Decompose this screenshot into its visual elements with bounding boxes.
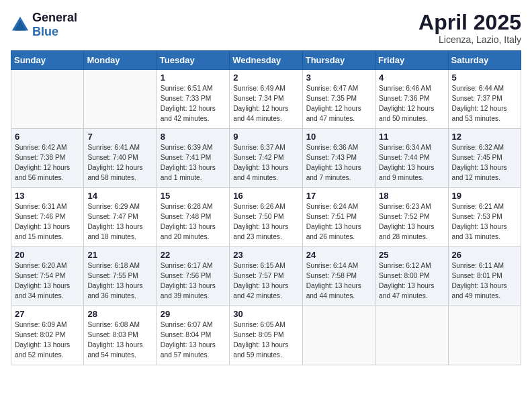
table-row: 30Sunrise: 6:05 AM Sunset: 8:05 PM Dayli… bbox=[230, 306, 302, 365]
logo-blue: Blue bbox=[32, 25, 58, 38]
day-info: Sunrise: 6:34 AM Sunset: 7:44 PM Dayligh… bbox=[379, 143, 444, 183]
header-saturday: Saturday bbox=[448, 51, 521, 70]
calendar-header-row: Sunday Monday Tuesday Wednesday Thursday… bbox=[11, 51, 521, 70]
table-row bbox=[302, 306, 375, 365]
day-info: Sunrise: 6:37 AM Sunset: 7:42 PM Dayligh… bbox=[233, 143, 298, 183]
logo-text: GeneralBlue bbox=[32, 11, 77, 39]
logo-general: General bbox=[32, 11, 77, 24]
table-row: 8Sunrise: 6:39 AM Sunset: 7:41 PM Daylig… bbox=[157, 129, 229, 188]
month-title: April 2025 bbox=[418, 11, 521, 34]
day-number: 16 bbox=[233, 191, 298, 201]
day-number: 3 bbox=[306, 73, 371, 83]
table-row bbox=[375, 306, 448, 365]
day-number: 28 bbox=[87, 309, 152, 319]
day-number: 18 bbox=[379, 191, 444, 201]
day-info: Sunrise: 6:26 AM Sunset: 7:50 PM Dayligh… bbox=[233, 202, 298, 242]
calendar-table: Sunday Monday Tuesday Wednesday Thursday… bbox=[11, 50, 521, 365]
day-info: Sunrise: 6:31 AM Sunset: 7:46 PM Dayligh… bbox=[15, 202, 80, 242]
table-row: 11Sunrise: 6:34 AM Sunset: 7:44 PM Dayli… bbox=[375, 129, 448, 188]
table-row: 6Sunrise: 6:42 AM Sunset: 7:38 PM Daylig… bbox=[11, 129, 84, 188]
day-info: Sunrise: 6:39 AM Sunset: 7:41 PM Dayligh… bbox=[161, 143, 226, 183]
day-info: Sunrise: 6:20 AM Sunset: 7:54 PM Dayligh… bbox=[15, 261, 80, 301]
table-row bbox=[84, 70, 157, 129]
day-info: Sunrise: 6:18 AM Sunset: 7:55 PM Dayligh… bbox=[87, 261, 152, 301]
table-row: 3Sunrise: 6:47 AM Sunset: 7:35 PM Daylig… bbox=[302, 70, 375, 129]
table-row: 2Sunrise: 6:49 AM Sunset: 7:34 PM Daylig… bbox=[230, 70, 302, 129]
day-number: 1 bbox=[161, 73, 226, 83]
table-row: 17Sunrise: 6:24 AM Sunset: 7:51 PM Dayli… bbox=[302, 188, 375, 247]
day-number: 7 bbox=[87, 132, 152, 142]
table-row: 29Sunrise: 6:07 AM Sunset: 8:04 PM Dayli… bbox=[157, 306, 229, 365]
table-row: 15Sunrise: 6:28 AM Sunset: 7:48 PM Dayli… bbox=[157, 188, 229, 247]
logo-icon bbox=[11, 15, 30, 34]
calendar-week-row: 1Sunrise: 6:51 AM Sunset: 7:33 PM Daylig… bbox=[11, 70, 521, 129]
table-row: 24Sunrise: 6:14 AM Sunset: 7:58 PM Dayli… bbox=[302, 247, 375, 306]
day-info: Sunrise: 6:08 AM Sunset: 8:03 PM Dayligh… bbox=[87, 320, 152, 360]
calendar-week-row: 13Sunrise: 6:31 AM Sunset: 7:46 PM Dayli… bbox=[11, 188, 521, 247]
day-number: 24 bbox=[306, 250, 371, 260]
header-tuesday: Tuesday bbox=[157, 51, 229, 70]
day-number: 12 bbox=[452, 132, 517, 142]
day-info: Sunrise: 6:09 AM Sunset: 8:02 PM Dayligh… bbox=[15, 320, 80, 360]
day-info: Sunrise: 6:14 AM Sunset: 7:58 PM Dayligh… bbox=[306, 261, 371, 301]
day-info: Sunrise: 6:49 AM Sunset: 7:34 PM Dayligh… bbox=[233, 84, 298, 124]
table-row: 23Sunrise: 6:15 AM Sunset: 7:57 PM Dayli… bbox=[230, 247, 302, 306]
day-number: 19 bbox=[452, 191, 517, 201]
table-row: 20Sunrise: 6:20 AM Sunset: 7:54 PM Dayli… bbox=[11, 247, 84, 306]
day-number: 22 bbox=[161, 250, 226, 260]
day-info: Sunrise: 6:21 AM Sunset: 7:53 PM Dayligh… bbox=[452, 202, 517, 242]
day-info: Sunrise: 6:11 AM Sunset: 8:01 PM Dayligh… bbox=[452, 261, 517, 301]
table-row: 26Sunrise: 6:11 AM Sunset: 8:01 PM Dayli… bbox=[448, 247, 521, 306]
day-info: Sunrise: 6:24 AM Sunset: 7:51 PM Dayligh… bbox=[306, 202, 371, 242]
day-info: Sunrise: 6:29 AM Sunset: 7:47 PM Dayligh… bbox=[87, 202, 152, 242]
header-friday: Friday bbox=[375, 51, 448, 70]
day-info: Sunrise: 6:46 AM Sunset: 7:36 PM Dayligh… bbox=[379, 84, 444, 124]
header: GeneralBlue April 2025 Licenza, Lazio, I… bbox=[11, 11, 521, 45]
day-info: Sunrise: 6:42 AM Sunset: 7:38 PM Dayligh… bbox=[15, 143, 80, 183]
title-block: April 2025 Licenza, Lazio, Italy bbox=[418, 11, 521, 45]
day-number: 30 bbox=[233, 309, 298, 319]
header-thursday: Thursday bbox=[302, 51, 375, 70]
table-row: 12Sunrise: 6:32 AM Sunset: 7:45 PM Dayli… bbox=[448, 129, 521, 188]
day-number: 26 bbox=[452, 250, 517, 260]
day-number: 20 bbox=[15, 250, 80, 260]
day-number: 14 bbox=[87, 191, 152, 201]
calendar-week-row: 6Sunrise: 6:42 AM Sunset: 7:38 PM Daylig… bbox=[11, 129, 521, 188]
day-number: 25 bbox=[379, 250, 444, 260]
day-info: Sunrise: 6:47 AM Sunset: 7:35 PM Dayligh… bbox=[306, 84, 371, 124]
table-row: 22Sunrise: 6:17 AM Sunset: 7:56 PM Dayli… bbox=[157, 247, 229, 306]
table-row: 13Sunrise: 6:31 AM Sunset: 7:46 PM Dayli… bbox=[11, 188, 84, 247]
day-info: Sunrise: 6:41 AM Sunset: 7:40 PM Dayligh… bbox=[87, 143, 152, 183]
table-row: 4Sunrise: 6:46 AM Sunset: 7:36 PM Daylig… bbox=[375, 70, 448, 129]
day-number: 4 bbox=[379, 73, 444, 83]
day-info: Sunrise: 6:12 AM Sunset: 8:00 PM Dayligh… bbox=[379, 261, 444, 301]
day-info: Sunrise: 6:15 AM Sunset: 7:57 PM Dayligh… bbox=[233, 261, 298, 301]
day-number: 2 bbox=[233, 73, 298, 83]
day-info: Sunrise: 6:44 AM Sunset: 7:37 PM Dayligh… bbox=[452, 84, 517, 124]
day-info: Sunrise: 6:07 AM Sunset: 8:04 PM Dayligh… bbox=[161, 320, 226, 360]
day-number: 10 bbox=[306, 132, 371, 142]
day-number: 8 bbox=[161, 132, 226, 142]
header-monday: Monday bbox=[84, 51, 157, 70]
logo: GeneralBlue bbox=[11, 11, 77, 39]
table-row: 9Sunrise: 6:37 AM Sunset: 7:42 PM Daylig… bbox=[230, 129, 302, 188]
day-number: 5 bbox=[452, 73, 517, 83]
day-number: 27 bbox=[15, 309, 80, 319]
page-container: GeneralBlue April 2025 Licenza, Lazio, I… bbox=[0, 0, 532, 372]
day-info: Sunrise: 6:32 AM Sunset: 7:45 PM Dayligh… bbox=[452, 143, 517, 183]
day-info: Sunrise: 6:23 AM Sunset: 7:52 PM Dayligh… bbox=[379, 202, 444, 242]
table-row: 7Sunrise: 6:41 AM Sunset: 7:40 PM Daylig… bbox=[84, 129, 157, 188]
table-row bbox=[448, 306, 521, 365]
day-info: Sunrise: 6:05 AM Sunset: 8:05 PM Dayligh… bbox=[233, 320, 298, 360]
table-row: 19Sunrise: 6:21 AM Sunset: 7:53 PM Dayli… bbox=[448, 188, 521, 247]
header-sunday: Sunday bbox=[11, 51, 84, 70]
table-row: 28Sunrise: 6:08 AM Sunset: 8:03 PM Dayli… bbox=[84, 306, 157, 365]
day-number: 13 bbox=[15, 191, 80, 201]
day-info: Sunrise: 6:17 AM Sunset: 7:56 PM Dayligh… bbox=[161, 261, 226, 301]
day-number: 11 bbox=[379, 132, 444, 142]
day-number: 6 bbox=[15, 132, 80, 142]
table-row bbox=[11, 70, 84, 129]
day-number: 29 bbox=[161, 309, 226, 319]
day-number: 21 bbox=[87, 250, 152, 260]
day-number: 23 bbox=[233, 250, 298, 260]
